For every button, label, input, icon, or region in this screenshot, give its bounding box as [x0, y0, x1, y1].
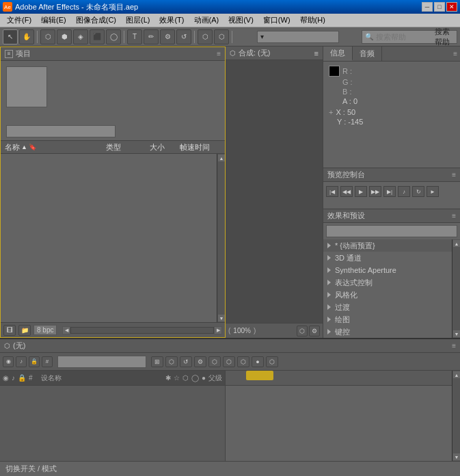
tool-6[interactable]: T — [127, 29, 142, 44]
tool-2[interactable]: ⬢ — [57, 29, 72, 44]
menu-view[interactable]: 视图(V) — [224, 14, 258, 27]
tl-scroll-up[interactable]: ▲ — [452, 371, 460, 379]
minimize-button[interactable]: ─ — [422, 2, 433, 12]
comp-btn-2[interactable]: ⚙ — [309, 326, 320, 336]
comp-btn-1[interactable]: ⬡ — [297, 326, 308, 336]
tl-scroll-down[interactable]: ▼ — [452, 453, 460, 461]
ram-preview-btn[interactable]: ► — [427, 186, 439, 197]
menu-animation[interactable]: 动画(A) — [190, 14, 224, 27]
hscroll-left-btn[interactable]: ◀ — [62, 326, 70, 334]
tl-btn-label[interactable]: # — [42, 356, 53, 367]
tl-btn-9[interactable]: ⬡ — [266, 356, 278, 367]
preview-controls-menu[interactable]: ≡ — [452, 171, 456, 178]
tl-btn-3[interactable]: ↺ — [180, 356, 192, 367]
tool-hand[interactable]: ✋ — [19, 29, 34, 44]
tool-7[interactable]: ✏ — [144, 29, 159, 44]
tl-btn-2[interactable]: ⬡ — [165, 356, 178, 367]
tool-11[interactable]: ⬡ — [214, 29, 229, 44]
search-input[interactable] — [376, 33, 432, 41]
layer-col-icons: ✱ ☆ ⬡ ◯ ● — [165, 374, 206, 382]
effects-menu[interactable]: ≡ — [452, 212, 456, 220]
tool-3[interactable]: ◈ — [73, 29, 88, 44]
prev-frame-btn[interactable]: ◀◀ — [340, 186, 353, 197]
timeline-menu[interactable]: ≡ — [452, 342, 456, 349]
composition-view[interactable] — [226, 60, 323, 323]
effect-item-7[interactable]: 键控 — [323, 326, 460, 338]
effects-panel: 效果和预设 ≡ * {动画预置} 3D 通道 — [323, 209, 460, 338]
effect-item-3[interactable]: 表达式控制 — [323, 276, 460, 289]
menu-file[interactable]: 文件(F) — [3, 14, 36, 27]
goto-end-btn[interactable]: ▶| — [383, 186, 396, 197]
menu-layer[interactable]: 图层(L) — [122, 14, 154, 27]
g-label: G : — [342, 78, 353, 86]
info-row-g: G : — [329, 78, 455, 86]
effect-item-1[interactable]: 3D 通道 — [323, 252, 460, 264]
tl-btn-8[interactable]: ● — [252, 356, 264, 367]
search-box[interactable]: 🔍 搜索帮助 — [362, 30, 457, 44]
tl-btn-audio[interactable]: ♪ — [16, 356, 27, 367]
color-swatch[interactable] — [329, 66, 340, 77]
project-search-input[interactable] — [6, 125, 116, 137]
maximize-button[interactable]: □ — [434, 2, 445, 12]
tl-btn-lock[interactable]: 🔒 — [29, 356, 40, 367]
effects-search-input[interactable] — [326, 225, 457, 237]
tab-info[interactable]: 信息 — [323, 47, 353, 61]
effect-item-0[interactable]: * {动画预置} — [323, 239, 460, 252]
play-btn[interactable]: ▶ — [355, 186, 367, 197]
hscroll-right-btn[interactable]: ▶ — [214, 326, 222, 334]
timeline-icon[interactable]: ⬡ — [4, 342, 10, 349]
tl-btn-6[interactable]: ⬡ — [223, 356, 235, 367]
tl-btn-expand[interactable]: ⊞ — [151, 356, 163, 367]
hscroll-track[interactable] — [70, 327, 214, 334]
scroll-track — [217, 162, 225, 314]
tool-10[interactable]: ⬡ — [198, 29, 213, 44]
effect-item-2[interactable]: Synthetic Aperture — [323, 264, 460, 276]
panel-menu-icon[interactable]: ≡ — [5, 50, 13, 58]
comp-panel-icon[interactable]: ⬡ — [230, 49, 236, 57]
new-footage-btn[interactable]: 🎞 — [3, 325, 16, 336]
tool-1[interactable]: ⬡ — [40, 29, 55, 44]
effects-scroll-down[interactable]: ▼ — [452, 330, 460, 338]
tool-arrow[interactable]: ↖ — [3, 29, 18, 44]
tab-audio[interactable]: 音频 — [353, 47, 382, 61]
info-panel-menu[interactable]: ≡ — [450, 50, 460, 57]
effect-item-4[interactable]: 风格化 — [323, 289, 460, 301]
tool-9[interactable]: ↺ — [176, 29, 191, 44]
next-frame-btn[interactable]: ▶▶ — [369, 186, 381, 197]
workspace-dropdown[interactable]: ▾ — [257, 31, 339, 43]
timeline-search-input[interactable] — [57, 356, 146, 368]
new-folder-btn[interactable]: 📁 — [18, 325, 31, 336]
effect-item-5[interactable]: 过渡 — [323, 301, 460, 313]
scroll-up-btn[interactable]: ▲ — [217, 154, 225, 162]
menu-composition[interactable]: 图像合成(C) — [72, 14, 120, 27]
zoom-value[interactable]: 100% — [233, 327, 251, 334]
tool-4[interactable]: ⬛ — [90, 29, 105, 44]
goto-start-btn[interactable]: |◀ — [326, 186, 338, 197]
tl-btn-4[interactable]: ⚙ — [194, 356, 206, 367]
tl-btn-7[interactable]: ⬡ — [237, 356, 249, 367]
menu-edit[interactable]: 编辑(E) — [37, 14, 70, 27]
project-vscrollbar[interactable]: ▲ ▼ — [217, 154, 225, 322]
playhead-indicator[interactable] — [246, 371, 273, 380]
plus-icon: + — [329, 108, 333, 116]
tool-8[interactable]: ⚙ — [160, 29, 175, 44]
loop-btn[interactable]: ↻ — [412, 186, 424, 197]
layer-col-icon1: ◉ — [3, 374, 9, 382]
effects-scroll-up[interactable]: ▲ — [452, 239, 460, 248]
info-row-r: R : — [329, 66, 455, 77]
close-button[interactable]: ✕ — [446, 2, 457, 12]
menu-help[interactable]: 帮助(H) — [296, 14, 329, 27]
tl-header-icon2: ☆ — [174, 374, 180, 382]
effects-vscrollbar[interactable]: ▲ ▼ — [452, 239, 460, 338]
scroll-down-btn[interactable]: ▼ — [217, 314, 225, 322]
comp-panel-menu[interactable]: ≡ — [314, 49, 319, 57]
tl-btn-5[interactable]: ⬡ — [208, 356, 221, 367]
audio-btn[interactable]: ♪ — [398, 186, 410, 197]
menu-window[interactable]: 窗口(W) — [259, 14, 295, 27]
effect-item-6[interactable]: 绘图 — [323, 313, 460, 326]
timeline-vscrollbar[interactable]: ▲ ▼ — [452, 371, 460, 461]
tl-btn-solo[interactable]: ◉ — [3, 356, 14, 367]
tool-5[interactable]: ◯ — [106, 29, 121, 44]
project-panel-menu[interactable]: ≡ — [217, 50, 221, 57]
menu-effects[interactable]: 效果(T) — [155, 14, 188, 27]
